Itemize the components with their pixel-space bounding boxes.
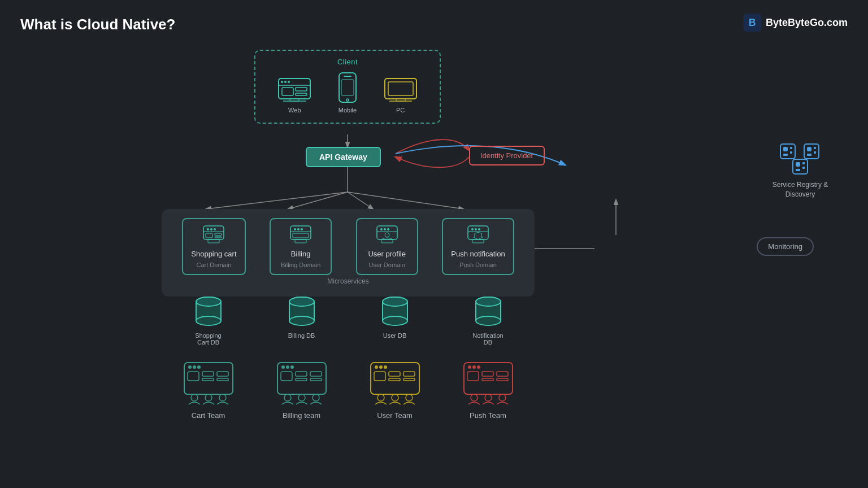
api-gateway: API Gateway: [306, 147, 381, 167]
svg-rect-52: [206, 233, 212, 238]
db-notification: NotificationDB: [471, 294, 505, 346]
svg-point-102: [193, 365, 196, 369]
service-cart-domain: Cart Domain: [191, 262, 236, 268]
svg-point-50: [214, 228, 216, 230]
db-cart: ShoppingCart DB: [192, 294, 225, 346]
team-cart: Cart Team: [183, 361, 234, 420]
svg-rect-129: [389, 372, 400, 376]
svg-point-147: [499, 394, 506, 401]
svg-rect-39: [814, 147, 816, 149]
db-row: ShoppingCart DB Billing DB User DB: [162, 294, 535, 346]
svg-point-73: [478, 228, 480, 230]
svg-rect-20: [296, 88, 307, 91]
svg-rect-45: [802, 167, 805, 169]
services-row: Shopping cart Cart Domain Billing Billin…: [173, 218, 523, 275]
pc-label: PC: [396, 107, 405, 114]
svg-point-134: [392, 394, 398, 401]
svg-rect-130: [403, 372, 415, 376]
svg-rect-42: [793, 159, 808, 174]
user-profile-icon: [376, 225, 398, 245]
svg-rect-34: [790, 147, 792, 149]
svg-point-110: [205, 394, 212, 401]
svg-point-93: [383, 297, 407, 306]
web-label: Web: [288, 107, 301, 114]
svg-rect-29: [388, 82, 413, 95]
service-billing: Billing Billing Domain: [270, 218, 332, 275]
svg-rect-19: [282, 88, 293, 95]
service-shopping-cart: Shopping cart Cart Domain: [182, 218, 245, 275]
svg-rect-144: [497, 378, 508, 381]
service-registry-icon: [778, 141, 823, 175]
svg-rect-141: [482, 372, 493, 376]
team-billing-label: Billing team: [283, 411, 320, 420]
team-cart-icon: [183, 361, 234, 407]
microservices-label: Microservices: [173, 277, 523, 285]
svg-rect-41: [807, 154, 811, 156]
svg-rect-142: [497, 372, 508, 376]
svg-rect-69: [381, 239, 393, 243]
db-billing-icon: [285, 294, 319, 328]
service-user-name: User profile: [365, 250, 409, 258]
svg-point-96: [476, 316, 501, 325]
svg-point-138: [472, 365, 476, 369]
svg-point-17: [288, 81, 290, 83]
page-title: What is Cloud Native?: [20, 16, 175, 33]
svg-rect-46: [796, 169, 800, 171]
svg-line-2: [206, 192, 348, 209]
team-billing: Billing team: [276, 361, 327, 420]
svg-rect-32: [780, 144, 795, 159]
svg-point-26: [346, 99, 349, 101]
svg-point-81: [196, 297, 221, 306]
svg-rect-140: [467, 372, 479, 381]
service-cart-name: Shopping cart: [191, 250, 236, 258]
svg-point-126: [379, 365, 383, 369]
svg-rect-106: [217, 372, 228, 376]
svg-rect-132: [403, 378, 415, 381]
svg-point-64: [380, 228, 383, 230]
svg-rect-47: [203, 226, 224, 239]
svg-point-15: [281, 81, 283, 83]
db-user-label: User DB: [383, 332, 407, 339]
team-user: User Team: [370, 361, 420, 420]
db-user: User DB: [378, 294, 412, 346]
svg-point-113: [281, 365, 285, 369]
svg-point-90: [383, 316, 407, 325]
svg-rect-116: [281, 372, 292, 381]
svg-rect-40: [814, 151, 816, 154]
svg-point-58: [297, 228, 300, 230]
svg-point-59: [301, 228, 303, 230]
team-push-icon: [463, 361, 514, 407]
client-device-web: Web: [277, 77, 311, 114]
service-push-name: Push notification: [451, 250, 505, 258]
svg-point-135: [406, 394, 413, 401]
svg-rect-54: [215, 237, 222, 238]
svg-rect-36: [783, 154, 788, 156]
svg-rect-62: [295, 239, 306, 243]
microservices-panel: Shopping cart Cart Domain Billing Billin…: [162, 209, 535, 297]
svg-point-115: [290, 365, 294, 369]
svg-point-133: [377, 394, 384, 401]
svg-rect-120: [310, 378, 322, 381]
svg-rect-108: [217, 378, 228, 381]
svg-point-114: [286, 365, 289, 369]
svg-rect-35: [790, 151, 792, 154]
svg-rect-131: [389, 378, 400, 381]
team-cart-label: Cart Team: [192, 411, 225, 420]
svg-point-99: [476, 297, 501, 306]
service-registry-label: Service Registry & Discovery: [766, 180, 834, 199]
svg-rect-118: [310, 372, 322, 376]
svg-point-111: [219, 394, 226, 401]
svg-point-127: [384, 365, 387, 369]
svg-point-71: [471, 228, 474, 230]
svg-point-139: [477, 365, 480, 369]
team-push: Push Team: [463, 361, 514, 420]
svg-point-48: [207, 228, 209, 230]
brand: B ByteByteGo.com: [743, 14, 848, 32]
service-billing-name: Billing: [279, 250, 323, 258]
svg-line-5: [348, 192, 463, 209]
svg-point-65: [384, 228, 386, 230]
svg-rect-143: [482, 378, 493, 381]
team-row: Cart Team Billing team: [162, 361, 535, 420]
svg-rect-37: [804, 144, 819, 159]
db-billing-label: Billing DB: [288, 332, 315, 339]
